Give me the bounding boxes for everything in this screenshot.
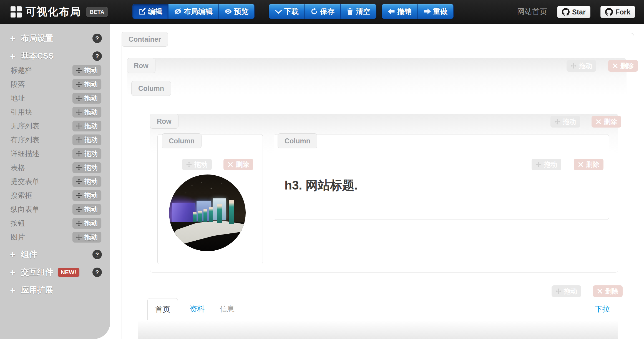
delete-button[interactable]: 删除 <box>223 159 253 170</box>
x-icon <box>228 162 233 167</box>
grid-icon <box>11 6 22 18</box>
sidebar-section-layout-settings[interactable]: + 布局设置 ? <box>0 31 110 46</box>
edit-icon <box>139 8 146 15</box>
tab-profile[interactable]: 资料 <box>186 300 208 318</box>
sidebar-item-paragraph: 段落 拖动 <box>0 77 110 91</box>
sidebar-section-basic-css[interactable]: + 基本CSS ? <box>0 49 110 63</box>
move-icon <box>76 95 82 101</box>
drag-handle[interactable]: 拖动 <box>532 159 561 170</box>
sidebar-item-image: 图片 拖动 <box>0 230 110 244</box>
star-label: Star <box>572 8 586 16</box>
move-icon <box>76 220 82 226</box>
tab-dropdown[interactable]: 下拉 <box>595 304 610 314</box>
nav-edit-button[interactable]: 编辑 <box>132 4 168 19</box>
item-label: 段落 <box>11 79 25 89</box>
refresh-icon <box>311 8 318 15</box>
github-icon <box>605 8 613 16</box>
nav-button-label: 撤销 <box>397 7 412 16</box>
item-label: 标题栏 <box>11 66 32 75</box>
plus-icon: + <box>10 250 16 259</box>
github-icon <box>562 8 570 16</box>
nav-download-button[interactable]: 下载 <box>269 4 305 19</box>
tabs-component: 首页 资料 信息 下拉 <box>147 298 617 320</box>
drag-handle[interactable]: 拖动 <box>182 159 212 170</box>
history-button-group: 撤销 重做 <box>382 4 454 19</box>
section-title: 布局设置 <box>21 33 53 44</box>
drag-handle[interactable]: 拖动 <box>72 134 101 145</box>
eye-icon <box>225 8 232 15</box>
move-icon <box>556 288 561 294</box>
nav-button-label: 预览 <box>234 7 248 16</box>
drag-handle[interactable]: 拖动 <box>567 60 596 72</box>
nav-button-label: 清空 <box>356 7 370 16</box>
nav-button-label: 下载 <box>284 7 299 16</box>
drag-handle[interactable]: 拖动 <box>72 79 101 89</box>
arrow-left-icon <box>388 8 395 15</box>
nav-undo-button[interactable]: 撤销 <box>382 4 418 19</box>
item-label: 无序列表 <box>11 121 39 131</box>
component-sidebar: + 布局设置 ? + 基本CSS ? 标题栏 拖动 段落 拖动 地址 拖动 引用… <box>0 24 110 339</box>
site-home-link[interactable]: 网站首页 <box>517 0 547 24</box>
delete-button[interactable]: 删除 <box>574 159 603 170</box>
drag-handle[interactable]: 拖动 <box>72 65 101 76</box>
question-icon[interactable]: ? <box>92 51 102 61</box>
sidebar-section-interactive-components[interactable]: + 交互组件 NEW! ? <box>0 265 110 280</box>
move-icon <box>76 151 82 157</box>
nav-clear-button[interactable]: 清空 <box>340 4 376 19</box>
item-label: 表格 <box>11 163 25 173</box>
sidebar-section-app-extensions[interactable]: + 应用扩展 <box>0 283 110 297</box>
layout-canvas: Container Row 拖动 删除 Column Row 拖动 删除 Col… <box>110 24 644 339</box>
section-title: 交互组件 <box>21 267 53 278</box>
drag-handle[interactable]: 拖动 <box>72 121 101 131</box>
column-block-right <box>274 134 609 220</box>
column-tab: Column <box>131 81 171 96</box>
drag-handle[interactable]: 拖动 <box>552 285 581 297</box>
nav-save-button[interactable]: 保存 <box>305 4 341 19</box>
nav-button-label: 重做 <box>433 7 447 16</box>
app-title: 可视化布局 <box>26 0 81 24</box>
move-icon <box>186 162 192 167</box>
drag-handle[interactable]: 拖动 <box>72 162 101 173</box>
drag-handle[interactable]: 拖动 <box>72 107 101 117</box>
item-label: 提交表单 <box>11 177 39 186</box>
question-icon[interactable]: ? <box>92 250 102 259</box>
plus-icon: + <box>10 285 16 295</box>
github-star-button[interactable]: Star <box>557 6 590 18</box>
arrow-right-icon <box>424 8 431 15</box>
nav-layout-edit-button[interactable]: 布局编辑 <box>168 4 219 19</box>
drag-handle[interactable]: 拖动 <box>72 204 101 215</box>
delete-button[interactable]: 删除 <box>608 60 638 72</box>
section-title: 应用扩展 <box>21 285 53 296</box>
section-title: 组件 <box>21 249 37 260</box>
column-tab: Column <box>162 133 202 148</box>
row-tab: Row <box>150 114 178 129</box>
sidebar-item-ordered-list: 有序列表 拖动 <box>0 133 110 147</box>
drag-handle[interactable]: 拖动 <box>72 148 101 159</box>
tab-info[interactable]: 信息 <box>216 300 238 318</box>
question-icon[interactable]: ? <box>92 34 102 43</box>
move-icon <box>76 68 82 73</box>
delete-button[interactable]: 删除 <box>593 285 623 297</box>
top-navbar: 可视化布局 BETA 编辑 布局编辑 预览 下载 保存 清空 <box>0 0 644 24</box>
nav-preview-button[interactable]: 预览 <box>218 4 255 19</box>
nav-button-label: 保存 <box>320 7 334 16</box>
drag-handle[interactable]: 拖动 <box>72 176 101 187</box>
move-icon <box>76 137 82 143</box>
item-label: 图片 <box>11 232 25 242</box>
github-fork-button[interactable]: Fork <box>600 6 635 18</box>
nav-redo-button[interactable]: 重做 <box>417 4 454 19</box>
drag-handle[interactable]: 拖动 <box>72 218 101 228</box>
question-icon[interactable]: ? <box>92 268 102 277</box>
drag-handle[interactable]: 拖动 <box>72 232 101 242</box>
section-title: 基本CSS <box>21 51 54 62</box>
plus-icon: + <box>10 34 16 43</box>
drag-handle[interactable]: 拖动 <box>550 116 580 128</box>
drag-handle[interactable]: 拖动 <box>72 93 101 103</box>
circle-image <box>169 175 246 251</box>
nav-button-label: 编辑 <box>148 7 162 16</box>
beta-badge: BETA <box>86 7 108 17</box>
delete-button[interactable]: 删除 <box>592 116 621 128</box>
tab-home[interactable]: 首页 <box>147 298 178 320</box>
drag-handle[interactable]: 拖动 <box>72 190 101 201</box>
sidebar-section-components[interactable]: + 组件 ? <box>0 247 110 262</box>
